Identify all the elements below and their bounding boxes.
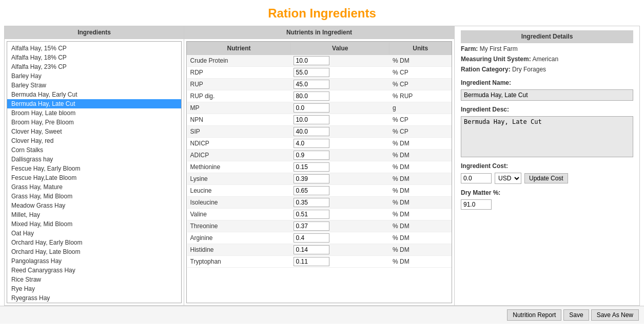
list-item[interactable]: Alfalfa Hay, 23% CP — [7, 62, 181, 71]
nutrient-name: SIP — [187, 126, 291, 138]
table-row: RUP dig.% RUP — [187, 90, 452, 102]
nutrient-name: Threonine — [187, 220, 291, 232]
list-item[interactable]: Fescue Hay, Early Bloom — [7, 164, 181, 173]
table-row: Histidine% DM — [187, 244, 452, 256]
nutrient-units: % CP — [389, 126, 452, 138]
nutrient-value-input[interactable] — [294, 91, 329, 101]
farm-label: Farm: — [461, 45, 478, 52]
list-item[interactable]: Orchard Hay, Early Bloom — [7, 238, 181, 247]
nutrient-units: % DM — [389, 185, 452, 197]
nutrient-value-input[interactable] — [294, 56, 329, 65]
list-item[interactable]: Rice Straw — [7, 275, 181, 284]
list-item[interactable]: Broom Hay, Pre Bloom — [7, 118, 181, 127]
nutrient-units: % DM — [389, 209, 452, 220]
nutrient-value-input[interactable] — [294, 245, 329, 254]
nutrient-value-input[interactable] — [294, 103, 329, 113]
list-item[interactable]: Barley Straw — [7, 81, 181, 90]
list-item[interactable]: Reed Canarygrass Hay — [7, 266, 181, 275]
list-item[interactable]: Barley Hay — [7, 71, 181, 81]
list-item[interactable]: Alfalfa Hay, 18% CP — [7, 53, 181, 62]
list-item[interactable]: Bermuda Hay, Early Cut — [7, 90, 181, 99]
ingredient-name-input[interactable] — [461, 89, 633, 101]
save-button[interactable]: Save — [563, 309, 589, 321]
list-item[interactable]: Mixed Hay, Mid Bloom — [7, 219, 181, 229]
nutrient-value-input[interactable] — [294, 186, 329, 195]
nutrients-header: Nutrients in Ingredient — [184, 26, 454, 39]
nutrients-panel: Nutrients in Ingredient Nutrient Value U… — [184, 26, 455, 305]
nutrient-value-input[interactable] — [294, 115, 329, 124]
nutrients-table-wrap[interactable]: Nutrient Value Units Crude Protein% DMRD… — [186, 41, 452, 303]
ingredient-desc-textarea[interactable]: Bermuda Hay, Late Cut — [461, 116, 633, 157]
nutrient-units: % DM — [389, 173, 452, 185]
measuring-unit-row: Measuring Unit System: American — [461, 55, 633, 63]
table-row: Threonine% DM — [187, 220, 452, 232]
nutrient-units: % DM — [389, 220, 452, 232]
list-item[interactable]: Orchard Hay, Late Bloom — [7, 247, 181, 256]
list-item[interactable]: Dallisgrass hay — [7, 155, 181, 164]
update-cost-button[interactable]: Update Cost — [524, 173, 568, 183]
nutrient-value-input[interactable] — [294, 162, 329, 172]
list-item[interactable]: Fescue Hay,Late Bloom — [7, 173, 181, 182]
ingredients-header: Ingredients — [5, 26, 184, 39]
list-item[interactable]: Grass Hay, Mid Bloom — [7, 192, 181, 201]
list-item[interactable]: Clover Hay, Sweet — [7, 127, 181, 136]
nutrient-name: ADICP — [187, 150, 291, 161]
main-layout: Ingredients Alfalfa Hay, 15% CPAlfalfa H… — [4, 26, 640, 306]
nutrient-name: NPN — [187, 114, 291, 126]
list-item[interactable]: Grass Hay, Mature — [7, 182, 181, 192]
nutrient-value-input[interactable] — [294, 139, 329, 148]
save-as-new-button[interactable]: Save As New — [591, 309, 639, 321]
list-item[interactable]: Rye Hay — [7, 284, 181, 293]
nutrient-name: Arginine — [187, 232, 291, 244]
farm-row: Farm: My First Farm — [461, 45, 633, 52]
list-item[interactable]: Ryegrass Hay — [7, 293, 181, 303]
nutrient-value-input[interactable] — [294, 80, 329, 89]
nutrient-value-input[interactable] — [294, 221, 329, 231]
details-panel: Ingredient Details Farm: My First Farm M… — [455, 26, 639, 305]
list-item[interactable]: Oat Hay — [7, 229, 181, 238]
table-row: Methionine% DM — [187, 161, 452, 173]
table-row: SIP% CP — [187, 126, 452, 138]
nutrient-name: RUP dig. — [187, 90, 291, 102]
nutrient-value-input[interactable] — [294, 68, 329, 77]
col-units: Units — [389, 42, 452, 55]
ration-category-row: Ration Category: Dry Forages — [461, 66, 633, 73]
cost-input[interactable] — [461, 173, 492, 183]
nutrition-report-button[interactable]: Nutrition Report — [507, 309, 561, 321]
nutrient-value-input[interactable] — [294, 233, 329, 243]
list-item[interactable]: Corn Stalks — [7, 145, 181, 155]
table-row: Crude Protein% DM — [187, 55, 452, 67]
nutrient-value-input[interactable] — [294, 151, 329, 160]
nutrient-name: Lysine — [187, 173, 291, 185]
list-item[interactable]: Millet, Hay — [7, 210, 181, 219]
bottom-bar: Nutrition Report Save Save As New — [0, 306, 644, 324]
list-item[interactable]: Pangolagrass Hay — [7, 256, 181, 266]
nutrient-units: g — [389, 102, 452, 114]
ingredients-list[interactable]: Alfalfa Hay, 15% CPAlfalfa Hay, 18% CPAl… — [7, 41, 182, 303]
dry-matter-input[interactable] — [461, 199, 492, 210]
nutrient-value-input[interactable] — [294, 257, 329, 266]
details-header: Ingredient Details — [461, 30, 633, 43]
nutrient-units: % DM — [389, 138, 452, 150]
nutrient-units: % CP — [389, 79, 452, 90]
list-item[interactable]: Alfalfa Hay, 15% CP — [7, 44, 181, 53]
table-row: Leucine% DM — [187, 185, 452, 197]
nutrient-value-input[interactable] — [294, 174, 329, 183]
list-item[interactable]: Sorghum-Sudan Hay — [7, 303, 181, 303]
nutrient-name: RUP — [187, 79, 291, 90]
nutrient-value-input[interactable] — [294, 210, 329, 219]
ingredients-panel: Ingredients Alfalfa Hay, 15% CPAlfalfa H… — [5, 26, 184, 305]
list-item[interactable]: Bermuda Hay, Late Cut — [7, 99, 181, 108]
nutrient-value-input[interactable] — [294, 198, 329, 207]
nutrients-table: Nutrient Value Units Crude Protein% DMRD… — [187, 42, 452, 268]
nutrient-name: NDICP — [187, 138, 291, 150]
table-row: Valine% DM — [187, 209, 452, 220]
list-item[interactable]: Broom Hay, Late bloom — [7, 108, 181, 118]
currency-select[interactable]: USD EUR GBP — [495, 173, 521, 184]
nutrient-value-input[interactable] — [294, 127, 329, 136]
list-item[interactable]: Clover Hay, red — [7, 136, 181, 145]
table-row: Lysine% DM — [187, 173, 452, 185]
list-item[interactable]: Meadow Grass Hay — [7, 201, 181, 210]
nutrient-units: % DM — [389, 161, 452, 173]
dry-matter-label: Dry Matter %: — [461, 189, 633, 196]
